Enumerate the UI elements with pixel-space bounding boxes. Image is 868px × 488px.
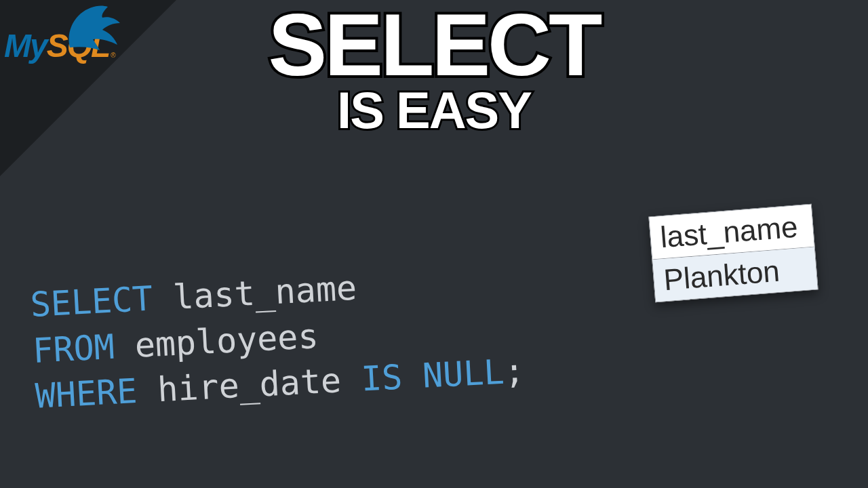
code-condition-column: hire_date [136,360,363,411]
keyword-where: WHERE [34,371,138,416]
code-table: employees [113,316,319,366]
keyword-isnull: IS NULL [360,352,505,399]
keyword-select: SELECT [29,279,153,325]
code-semicolon: ; [503,351,526,391]
result-table: last_name Plankton [648,204,818,303]
keyword-from: FROM [32,327,115,370]
sql-code-block: SELECT last_name FROM employees WHERE hi… [29,257,526,420]
title-sub: IS EASY [0,81,868,140]
title-main: SELECT [0,5,868,85]
code-column: last_name [152,268,358,319]
title-block: SELECT IS EASY [0,5,868,140]
